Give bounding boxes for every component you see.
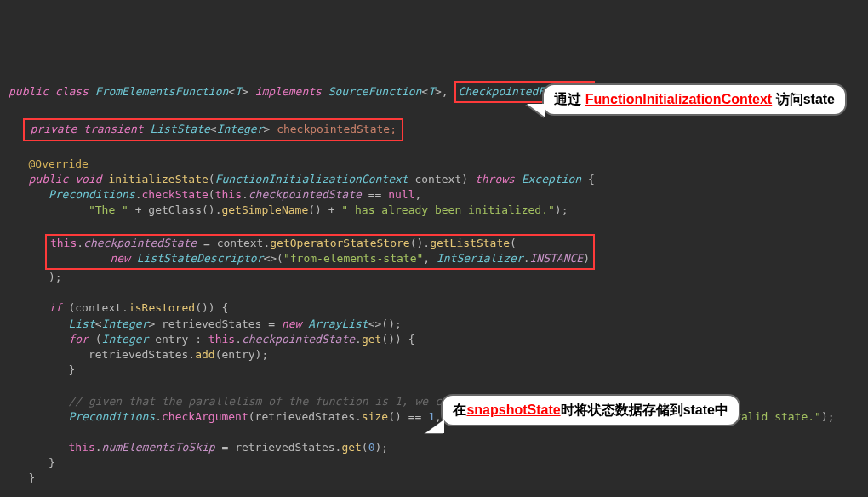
code-line-boxed: private transient ListState<Integer> che… [9, 123, 403, 135]
code-line: for (Integer entry : this.checkpointedSt… [9, 333, 415, 346]
code-line: ); [9, 271, 62, 283]
code-line: public class FromElementsFunction<T> imp… [9, 85, 608, 98]
code-line: List<Integer> retrievedStates = new Arra… [9, 317, 402, 330]
code-line: } [9, 363, 75, 376]
code-line: Preconditions.checkState(this.checkpoint… [9, 188, 421, 201]
code-line: } [9, 456, 55, 469]
code-line: "The " + getClass().getSimpleName() + " … [9, 203, 568, 216]
code-line: if (context.isRestored()) { [9, 301, 228, 314]
code-line: @Override [9, 157, 89, 170]
code-line: this.numElementsToSkip = retrievedStates… [9, 441, 388, 454]
code-line-boxed: this.checkpointedState = context.getOper… [9, 252, 595, 265]
code-line: } [9, 471, 35, 484]
code-block: public class FromElementsFunction<T> imp… [0, 62, 868, 497]
callout-annotation: 通过 FunctionInitializationContext 访问state [542, 83, 847, 116]
callout-annotation: 在snapshotState时将状态数据存储到state中 [441, 394, 740, 426]
code-line: retrievedStates.add(entry); [9, 348, 268, 361]
code-line: public void initializeState(FunctionInit… [9, 173, 595, 186]
